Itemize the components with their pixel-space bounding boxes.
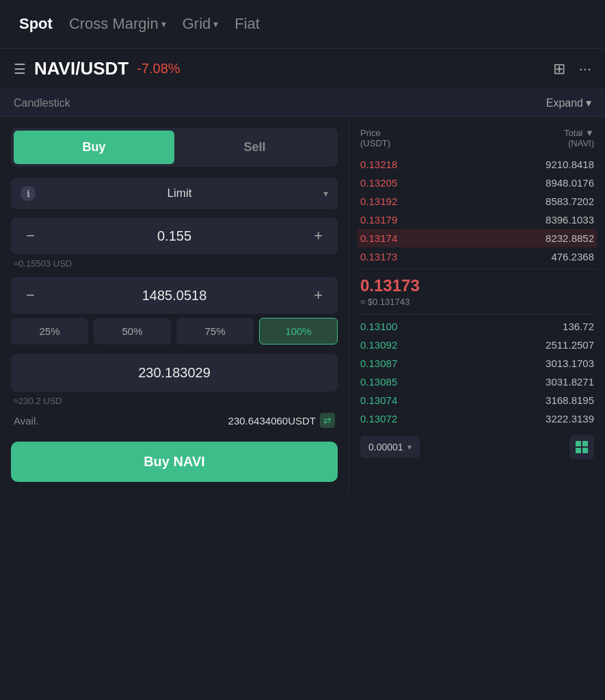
sell-order-row: 0.13205 8948.0176 — [358, 174, 597, 192]
order-type-chevron-icon: ▾ — [323, 188, 328, 199]
orderbook-header: Price (USDT) Total ▼ (NAVI) — [358, 125, 597, 155]
buy-sell-tabs: Buy Sell — [11, 128, 338, 167]
buy-order-row: 0.13085 3031.8271 — [358, 373, 597, 391]
orderbook-panel: Price (USDT) Total ▼ (NAVI) 0.13218 9210… — [349, 117, 605, 493]
orderbook-bottom-controls: 0.00001 ▾ — [358, 428, 597, 459]
amount-input-row: − + — [11, 277, 338, 314]
more-options-icon[interactable]: ··· — [579, 60, 591, 78]
symbol-right: ⊞ ··· — [553, 60, 591, 78]
cross-margin-chevron-icon: ▾ — [161, 18, 166, 29]
menu-icon[interactable]: ☰ — [14, 61, 26, 77]
price-increase-button[interactable]: + — [310, 227, 327, 245]
candlestick-label: Candlestick — [14, 97, 70, 109]
percentage-row: 25% 50% 75% 100% — [11, 318, 338, 345]
amount-input[interactable] — [39, 288, 310, 304]
nav-grid[interactable]: Grid ▾ — [177, 12, 224, 36]
price-decrease-button[interactable]: − — [22, 227, 39, 245]
mid-price-block: 0.13173 ≈ $0.131743 — [358, 269, 597, 314]
sell-order-row: 0.13174 8232.8852 — [358, 229, 597, 247]
sell-order-row: 0.13192 8583.7202 — [358, 192, 597, 211]
order-type-selector[interactable]: ℹ Limit ▾ — [11, 178, 338, 209]
available-amount: 230.6434060USDT — [228, 415, 316, 427]
transfer-icon[interactable]: ⇄ — [320, 413, 335, 428]
sell-orders: 0.13218 9210.8418 0.13205 8948.0176 0.13… — [358, 155, 597, 266]
svg-rect-3 — [582, 448, 588, 453]
available-balance-row: Avail. 230.6434060USDT ⇄ — [11, 413, 338, 428]
mid-price-usd: ≈ $0.131743 — [360, 297, 594, 307]
pct-75-button[interactable]: 75% — [176, 318, 254, 345]
top-nav: Spot Cross Margin ▾ Grid ▾ Fiat — [0, 0, 605, 49]
buy-order-row: 0.13087 3013.1703 — [358, 354, 597, 373]
amount-decrease-button[interactable]: − — [22, 286, 39, 304]
svg-rect-2 — [576, 448, 581, 453]
total-input-box: 230.183029 — [11, 354, 338, 392]
nav-spot[interactable]: Spot — [14, 12, 58, 36]
available-label: Avail. — [14, 415, 38, 427]
candlestick-bar: Candlestick Expand ▾ — [0, 89, 605, 117]
total-value: 230.183029 — [22, 365, 327, 381]
total-column-header: Total ▼ (NAVI) — [564, 128, 594, 148]
buy-tab[interactable]: Buy — [14, 131, 174, 164]
price-input[interactable] — [39, 228, 310, 244]
sell-tab[interactable]: Sell — [174, 131, 335, 164]
buy-order-row: 0.13092 2511.2507 — [358, 336, 597, 354]
amount-increase-button[interactable]: + — [310, 286, 327, 304]
buy-orders: 0.13100 136.72 0.13092 2511.2507 0.13087… — [358, 317, 597, 428]
tick-size-value: 0.00001 — [368, 442, 403, 453]
expand-button[interactable]: Expand ▾ — [546, 96, 591, 109]
symbol-left: ☰ NAVI/USDT -7.08% — [14, 58, 180, 79]
price-input-row: − + — [11, 217, 338, 254]
tick-size-selector[interactable]: 0.00001 ▾ — [360, 436, 420, 458]
orderbook-layout-icon[interactable] — [569, 435, 594, 459]
pct-50-button[interactable]: 50% — [94, 318, 171, 345]
sell-order-row: 0.13179 8396.1033 — [358, 211, 597, 229]
available-value: 230.6434060USDT ⇄ — [228, 413, 335, 428]
order-type-label: Limit — [41, 187, 318, 200]
grid-chevron-icon: ▾ — [213, 18, 218, 29]
symbol-header: ☰ NAVI/USDT -7.08% ⊞ ··· — [0, 49, 605, 89]
buy-navi-button[interactable]: Buy NAVI — [11, 442, 338, 482]
buy-order-row: 0.13074 3168.8195 — [358, 391, 597, 409]
buy-order-row: 0.13072 3222.3139 — [358, 409, 597, 428]
tick-chevron-icon: ▾ — [407, 442, 412, 452]
pct-100-button[interactable]: 100% — [259, 318, 338, 345]
symbol-change: -7.08% — [137, 61, 180, 77]
order-panel: Buy Sell ℹ Limit ▾ − + ≈0.15503 USD − + … — [0, 117, 349, 493]
pct-25-button[interactable]: 25% — [11, 318, 88, 345]
svg-rect-1 — [582, 441, 588, 446]
nav-fiat[interactable]: Fiat — [229, 12, 265, 36]
main-content: Buy Sell ℹ Limit ▾ − + ≈0.15503 USD − + … — [0, 117, 605, 493]
chart-icon[interactable]: ⊞ — [553, 60, 565, 78]
price-column-header: Price (USDT) — [360, 128, 390, 148]
nav-cross-margin[interactable]: Cross Margin ▾ — [64, 12, 172, 36]
price-hint: ≈0.15503 USD — [11, 258, 338, 269]
info-icon: ℹ — [21, 186, 36, 201]
sell-order-row: 0.13173 476.2368 — [358, 247, 597, 266]
svg-rect-0 — [576, 441, 581, 446]
sell-order-row: 0.13218 9210.8418 — [358, 155, 597, 174]
buy-order-row: 0.13100 136.72 — [358, 317, 597, 336]
symbol-name: NAVI/USDT — [34, 58, 129, 79]
expand-chevron-icon: ▾ — [586, 96, 591, 109]
mid-price-value: 0.13173 — [360, 276, 594, 295]
total-hint: ≈230.2 USD — [11, 396, 338, 406]
